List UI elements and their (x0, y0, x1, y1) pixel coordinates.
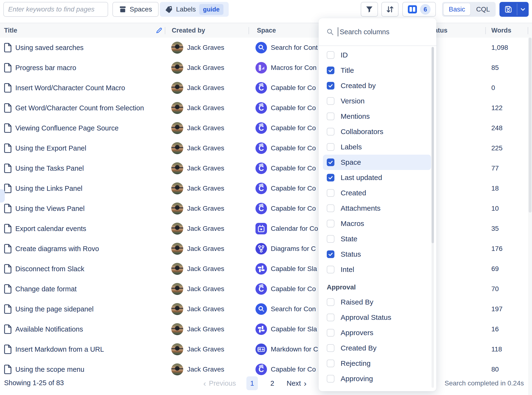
header-words[interactable]: Words (491, 27, 511, 34)
space-name[interactable]: Markdown for C (271, 345, 318, 353)
table-row[interactable]: Get Word/Character Count from SelectionJ… (0, 98, 532, 118)
table-row[interactable]: Insert Word/Character Count MacroJack Gr… (0, 78, 532, 98)
header-title[interactable]: Title (4, 27, 17, 34)
unchecked-checkbox[interactable] (327, 51, 334, 59)
header-created-by[interactable]: Created by (172, 27, 205, 34)
column-option-id[interactable]: ID (323, 47, 431, 63)
page-title-link[interactable]: Change date format (15, 285, 77, 293)
unchecked-checkbox[interactable] (327, 266, 334, 273)
space-name[interactable]: Capable for Co (271, 124, 316, 132)
search-input[interactable] (3, 2, 108, 17)
page-title-link[interactable]: Using the Links Panel (15, 185, 83, 192)
next-page-button[interactable]: Next › (287, 379, 306, 387)
column-option-state[interactable]: State (323, 231, 431, 247)
space-name[interactable]: Capable for Co (271, 104, 316, 112)
column-option-collaborators[interactable]: Collaborators (323, 124, 431, 139)
space-name[interactable]: Capable for Co (271, 185, 316, 192)
column-option-rejecting[interactable]: Rejecting (323, 356, 431, 371)
sort-button[interactable] (381, 2, 399, 17)
unchecked-checkbox[interactable] (327, 204, 334, 212)
column-option-created-by[interactable]: Created by (323, 78, 431, 93)
checked-checkbox[interactable] (327, 158, 334, 166)
checked-checkbox[interactable] (327, 250, 334, 258)
column-option-title[interactable]: Title (323, 63, 431, 78)
column-option-raised-by[interactable]: Raised By (323, 294, 431, 310)
spaces-button[interactable]: Spaces (112, 2, 159, 17)
table-row[interactable]: Progress bar macroJack GravesMacros for … (0, 58, 532, 78)
column-option-created[interactable]: Created (323, 185, 431, 201)
page-title-link[interactable]: Get Word/Character Count from Selection (15, 104, 144, 112)
edit-column-pencil-icon[interactable] (155, 27, 163, 34)
unchecked-checkbox[interactable] (327, 189, 334, 197)
labels-button[interactable]: Labels guide (160, 2, 229, 17)
label-chip-guide[interactable]: guide (199, 4, 223, 15)
table-row[interactable]: Using the Views PanelJack GravesCCapable… (0, 198, 532, 219)
column-option-approving[interactable]: Approving (323, 371, 431, 386)
page-title-link[interactable]: Using the Views Panel (15, 205, 85, 213)
column-option-attachments[interactable]: Attachments (323, 201, 431, 216)
table-row[interactable]: Insert Markdown from a URLJack GravesMar… (0, 339, 532, 359)
table-row[interactable]: Available NotificationsJack GravesCapabl… (0, 319, 532, 339)
page-title-link[interactable]: Insert Word/Character Count Macro (15, 84, 125, 92)
table-row[interactable]: Export calendar eventsJack GravesCalenda… (0, 219, 532, 239)
page-title-link[interactable]: Disconnect from Slack (15, 265, 84, 273)
unchecked-checkbox[interactable] (327, 314, 334, 321)
unchecked-checkbox[interactable] (327, 128, 334, 135)
panel-scrollbar-thumb[interactable] (432, 47, 434, 243)
space-name[interactable]: Search for Con (271, 305, 316, 313)
unchecked-checkbox[interactable] (327, 97, 334, 105)
save-dropdown-chevron-icon[interactable] (517, 6, 529, 12)
checked-checkbox[interactable] (327, 82, 334, 90)
columns-button[interactable]: 6 (402, 2, 436, 17)
page-title-link[interactable]: Using the Tasks Panel (15, 164, 84, 172)
unchecked-checkbox[interactable] (327, 344, 334, 352)
filter-button[interactable] (361, 2, 378, 17)
checked-checkbox[interactable] (327, 67, 334, 74)
unchecked-checkbox[interactable] (327, 113, 334, 120)
space-name[interactable]: Capable for Sla (271, 325, 317, 333)
column-option-last-updated[interactable]: Last updated (323, 170, 431, 185)
checked-checkbox[interactable] (327, 174, 334, 181)
column-option-mentions[interactable]: Mentions (323, 109, 431, 124)
space-name[interactable]: Capable for Sla (271, 265, 317, 273)
table-row[interactable]: Viewing Confluence Page SourceJack Grave… (0, 118, 532, 138)
unchecked-checkbox[interactable] (327, 220, 334, 227)
space-name[interactable]: Capable for Co (271, 366, 316, 373)
page-title-link[interactable]: Using the Export Panel (15, 144, 86, 152)
space-name[interactable]: Capable for Co (271, 205, 316, 212)
space-name[interactable]: Macros for Con (271, 64, 316, 72)
unchecked-checkbox[interactable] (327, 360, 334, 367)
space-name[interactable]: Capable for Co (271, 84, 316, 92)
space-name[interactable]: Calendar for Co (271, 225, 318, 232)
column-option-approvers[interactable]: Approvers (323, 325, 431, 340)
page-title-link[interactable]: Viewing Confluence Page Source (15, 124, 119, 132)
save-icon[interactable] (499, 5, 517, 13)
unchecked-checkbox[interactable] (327, 329, 334, 337)
page-scrollbar-thumb[interactable] (529, 38, 532, 213)
space-name[interactable]: Capable for Co (271, 164, 316, 172)
column-option-labels[interactable]: Labels (323, 139, 431, 155)
unchecked-checkbox[interactable] (327, 375, 334, 383)
column-option-intel[interactable]: Intel (323, 262, 431, 277)
unchecked-checkbox[interactable] (327, 235, 334, 243)
page-title-link[interactable]: Using saved searches (15, 44, 83, 52)
save-search-button[interactable] (499, 2, 529, 17)
table-row[interactable]: Using the Tasks PanelJack GravesCCapable… (0, 158, 532, 178)
space-name[interactable]: Diagrams for C (271, 245, 316, 253)
column-option-macros[interactable]: Macros (323, 216, 431, 231)
column-option-approval-status[interactable]: Approval Status (323, 310, 431, 325)
table-row[interactable]: Using the page sidepanelJack GravesSearc… (0, 299, 532, 319)
table-row[interactable]: Using the scope menuJack GravesCCapable … (0, 359, 532, 378)
page-title-link[interactable]: Using the scope menu (15, 366, 84, 373)
table-row[interactable]: Create diagrams with RovoJack GravesDiag… (0, 239, 532, 259)
column-option-version[interactable]: Version (323, 93, 431, 109)
table-row[interactable]: Change date formatJack GravesCCapable fo… (0, 279, 532, 299)
column-option-space[interactable]: Space (323, 155, 431, 170)
left-edge-notch[interactable] (0, 189, 5, 203)
page-title-link[interactable]: Insert Markdown from a URL (15, 345, 104, 353)
table-row[interactable]: Using saved searchesJack GravesSearch fo… (0, 38, 532, 58)
page-title-link[interactable]: Available Notifications (15, 325, 83, 333)
page-title-link[interactable]: Export calendar events (15, 225, 86, 233)
table-row[interactable]: Disconnect from SlackJack GravesCapable … (0, 259, 532, 279)
page-1-button[interactable]: 1 (246, 376, 258, 390)
